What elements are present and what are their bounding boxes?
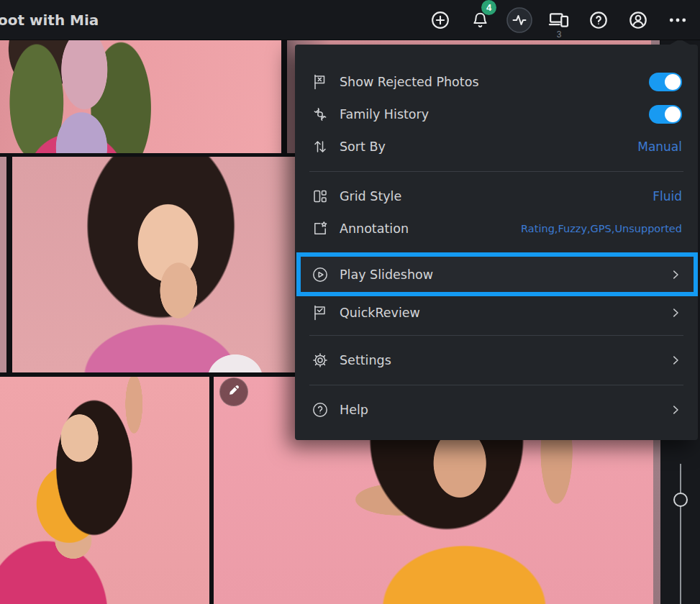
menu-item-show-rejected-photos[interactable]: Show Rejected Photos [295, 65, 698, 98]
activity-button[interactable] [506, 0, 532, 40]
quickreview-flag-icon [311, 303, 329, 322]
devices-icon [548, 9, 570, 31]
help-button[interactable] [586, 0, 612, 40]
activity-pulse-icon [506, 6, 533, 34]
menu-item-play-slideshow[interactable]: Play Slideshow [301, 257, 694, 292]
menu-item-family-history[interactable]: Family History [295, 98, 698, 130]
sort-arrows-icon [311, 137, 329, 156]
account-icon [628, 10, 648, 30]
photo-thumbnail[interactable] [0, 40, 281, 153]
menu-item-label: Annotation [340, 221, 409, 236]
help-circle-icon [588, 10, 609, 30]
notification-badge: 4 [481, 0, 496, 15]
menu-item-label: Grid Style [340, 189, 401, 203]
menu-item-label: QuickReview [340, 306, 420, 320]
menu-item-settings[interactable]: Settings [295, 344, 698, 376]
menu-item-label: Sort By [340, 139, 386, 154]
grid-style-value: Fluid [653, 189, 682, 203]
page-title: oot with Mia [0, 0, 99, 40]
top-bar-actions: 4 3 [427, 0, 691, 40]
highlight-box: Play Slideshow [296, 252, 698, 296]
menu-item-label: Help [340, 403, 368, 417]
grid-style-icon [311, 187, 329, 206]
rejected-flag-icon [311, 73, 329, 91]
menu-divider [309, 335, 683, 336]
gear-icon [311, 351, 329, 370]
devices-button[interactable]: 3 [546, 0, 572, 40]
zoom-slider-knob[interactable] [673, 493, 688, 507]
edit-photo-button[interactable] [219, 378, 248, 406]
show-rejected-toggle[interactable] [649, 73, 682, 91]
menu-item-label: Play Slideshow [340, 267, 433, 282]
sort-by-value: Manual [637, 139, 682, 154]
chevron-right-icon [669, 403, 682, 416]
annotation-value: Rating,Fuzzy,GPS,Unsupported [521, 223, 682, 234]
app-window: Show Rejected Photos Family History Sort… [0, 0, 700, 604]
play-circle-icon [311, 265, 329, 284]
menu-divider [309, 171, 683, 172]
menu-item-label: Family History [340, 107, 429, 122]
photo-thumbnail[interactable] [0, 377, 209, 604]
more-options-button[interactable] [665, 0, 691, 40]
ellipsis-icon [668, 10, 688, 30]
menu-item-annotation[interactable]: Annotation Rating,Fuzzy,GPS,Unsupported [295, 212, 698, 244]
menu-item-grid-style[interactable]: Grid Style Fluid [295, 180, 698, 212]
help-circle-icon [311, 401, 329, 419]
notifications-button[interactable]: 4 [467, 0, 493, 40]
menu-item-help[interactable]: Help [295, 393, 698, 426]
menu-item-sort-by[interactable]: Sort By Manual [295, 130, 698, 163]
annotation-icon [311, 219, 329, 238]
chevron-right-icon [669, 306, 682, 319]
add-circle-icon [430, 10, 450, 30]
add-button[interactable] [427, 0, 453, 40]
chevron-right-icon [669, 354, 682, 367]
zoom-slider-track[interactable] [680, 464, 681, 604]
pencil-icon [227, 384, 240, 400]
devices-count: 3 [546, 29, 572, 40]
menu-item-quickreview[interactable]: QuickReview [295, 296, 698, 329]
options-menu: Show Rejected Photos Family History Sort… [295, 45, 698, 440]
menu-divider [309, 385, 683, 385]
account-button[interactable] [625, 0, 651, 40]
menu-item-label: Show Rejected Photos [340, 75, 479, 89]
chevron-right-icon [669, 268, 682, 281]
dna-icon [311, 105, 329, 124]
top-bar: oot with Mia 4 [0, 0, 700, 40]
menu-item-label: Settings [340, 353, 391, 367]
photo-thumbnail[interactable] [0, 157, 6, 372]
family-history-toggle[interactable] [649, 105, 682, 124]
